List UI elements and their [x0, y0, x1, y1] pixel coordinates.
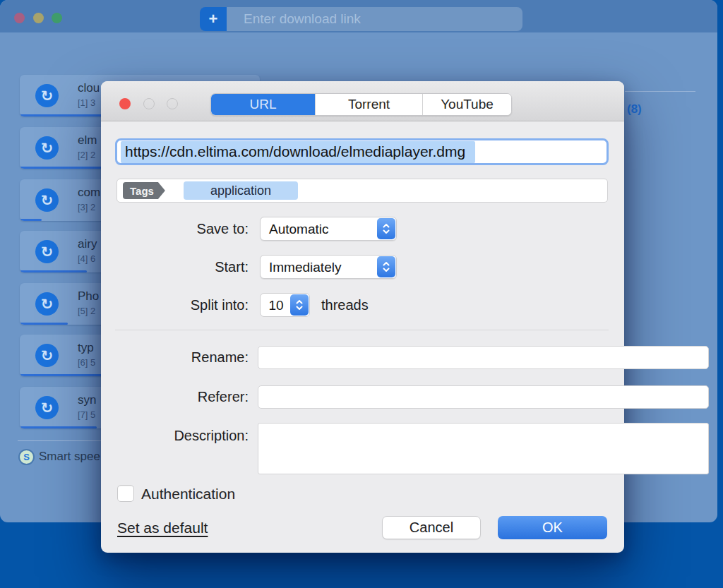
tags-label-icon: Tags: [123, 182, 165, 199]
main-window-titlebar: + Enter download link: [0, 0, 717, 32]
refresh-icon: ↻: [35, 136, 59, 160]
dialog-close-icon[interactable]: [119, 98, 131, 109]
refresh-icon: ↻: [35, 240, 59, 263]
tab-torrent[interactable]: Torrent: [315, 94, 422, 115]
start-value: Immediately: [269, 260, 341, 275]
start-label: Start:: [101, 259, 249, 275]
close-icon[interactable]: [14, 13, 25, 23]
download-meta: [6] 5: [78, 357, 95, 368]
save-to-value: Automatic: [269, 222, 328, 237]
refresh-icon: ↻: [35, 292, 59, 316]
ok-button[interactable]: OK: [498, 516, 607, 539]
download-meta: [2] 2: [78, 150, 95, 160]
refresh-icon: ↻: [35, 188, 59, 212]
set-as-default-link[interactable]: Set as default: [117, 520, 208, 536]
cancel-button[interactable]: Cancel: [382, 516, 481, 539]
add-download-button[interactable]: +: [200, 7, 227, 31]
download-meta: [4] 6: [78, 253, 95, 264]
download-meta: [5] 2: [78, 306, 95, 316]
download-progress-bar: [20, 270, 87, 272]
url-input[interactable]: https://cdn.eltima.com/download/elmediap…: [115, 138, 609, 165]
download-meta: [1] 3: [78, 97, 95, 108]
download-title: typ: [78, 341, 94, 355]
threads-stepper[interactable]: 10: [260, 293, 310, 317]
threads-suffix-label: threads: [321, 297, 369, 313]
smart-speed-status[interactable]: S Smart spee: [18, 448, 100, 466]
download-meta: [3] 2: [78, 202, 95, 212]
refresh-icon: ↻: [35, 344, 59, 367]
download-meta: [7] 5: [78, 409, 95, 420]
source-type-tabs: URL Torrent YouTube: [210, 93, 512, 116]
download-title: airy: [78, 237, 97, 251]
download-title: syn: [78, 393, 96, 407]
refresh-icon: ↻: [35, 396, 59, 419]
url-selected-text: https://cdn.eltima.com/download/elmediap…: [121, 141, 475, 163]
smart-speed-label: Smart spee: [39, 450, 100, 464]
tab-youtube[interactable]: YouTube: [422, 94, 511, 115]
chevron-up-down-icon: [377, 218, 395, 239]
minimize-icon[interactable]: [33, 13, 44, 23]
threads-value: 10: [261, 298, 292, 313]
referer-label: Referer:: [101, 389, 249, 405]
rename-label: Rename:: [101, 349, 249, 366]
tab-url[interactable]: URL: [211, 94, 315, 115]
smart-speed-icon: S: [18, 449, 35, 465]
tag-token-application[interactable]: application: [184, 181, 298, 200]
authentication-checkbox[interactable]: [117, 485, 134, 502]
download-title: clou: [78, 81, 100, 95]
download-link-input[interactable]: Enter download link: [227, 7, 522, 31]
dialog-zoom-icon: [167, 98, 178, 109]
download-progress-bar: [20, 323, 68, 325]
rename-input[interactable]: [258, 346, 709, 369]
start-popup[interactable]: Immediately: [260, 255, 397, 279]
background-divider: [625, 91, 695, 92]
description-input[interactable]: [258, 423, 709, 474]
zoom-icon[interactable]: [52, 13, 62, 23]
download-progress-bar: [20, 219, 42, 221]
download-progress-bar: [20, 426, 97, 428]
save-to-popup[interactable]: Automatic: [260, 217, 397, 241]
referer-input[interactable]: [258, 385, 709, 409]
add-download-dialog: URL Torrent YouTube https://cdn.eltima.c…: [101, 81, 624, 553]
download-title: elm: [78, 133, 97, 148]
download-link-bar: + Enter download link: [200, 7, 522, 31]
split-into-label: Split into:: [101, 297, 249, 313]
download-title: Pho: [78, 289, 99, 304]
authentication-label: Authentication: [141, 486, 235, 503]
dialog-titlebar: URL Torrent YouTube: [101, 81, 624, 121]
save-to-label: Save to:: [101, 221, 249, 237]
section-divider: [115, 330, 609, 330]
stepper-arrows-icon[interactable]: [290, 294, 309, 316]
chevron-up-down-icon: [377, 256, 395, 277]
download-title: com: [78, 186, 100, 200]
downloads-count-badge: (8): [627, 102, 642, 116]
tags-input[interactable]: Tags application: [116, 179, 608, 203]
description-label: Description:: [101, 428, 249, 444]
dialog-minimize-icon: [143, 98, 155, 109]
refresh-icon: ↻: [35, 84, 59, 107]
